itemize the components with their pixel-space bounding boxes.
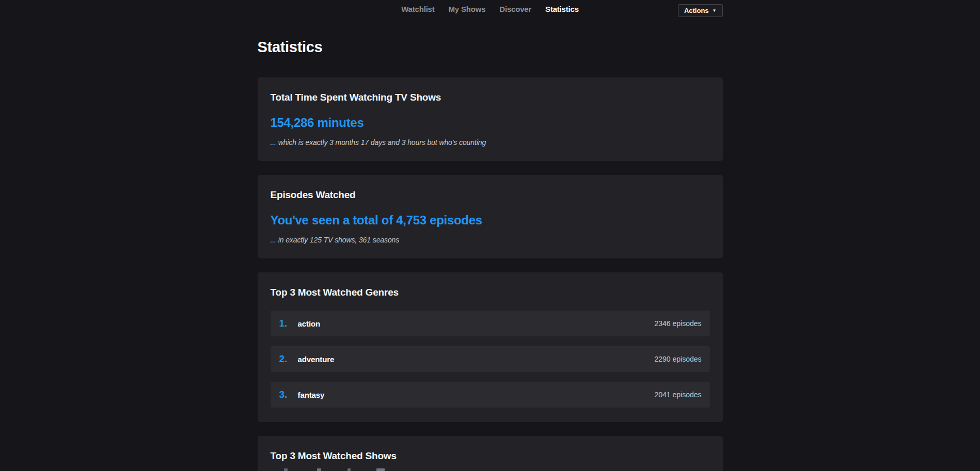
card-total-time: Total Time Spent Watching TV Shows 154,2… xyxy=(258,77,723,161)
genre-row-adventure: 2. adventure 2290 episodes xyxy=(271,346,710,372)
card-episodes-watched-title: Episodes Watched xyxy=(271,189,710,201)
main-content: Statistics Total Time Spent Watching TV … xyxy=(258,38,723,471)
genre-row-action: 1. action 2346 episodes xyxy=(271,311,710,336)
nav-my-shows[interactable]: My Shows xyxy=(449,5,486,13)
actions-dropdown-button[interactable]: Actions ▼ xyxy=(678,4,723,17)
genre-rank: 1. xyxy=(279,318,293,329)
genre-rank: 2. xyxy=(279,353,293,365)
card-top-genres-title: Top 3 Most Watched Genres xyxy=(271,287,710,298)
clipped-text-fragment xyxy=(347,468,351,471)
nav-watchlist[interactable]: Watchlist xyxy=(401,5,434,13)
clipped-text-fragment xyxy=(284,468,288,471)
genre-name: action xyxy=(298,319,321,328)
episodes-watched-note: ... in exactly 125 TV shows, 361 seasons xyxy=(271,236,710,244)
statistics-page: Watchlist My Shows Discover Statistics A… xyxy=(0,0,980,471)
page-title: Statistics xyxy=(258,38,723,56)
total-time-value: 154,286 minutes xyxy=(271,116,710,130)
genre-episode-count: 2041 episodes xyxy=(654,391,701,399)
genre-name: adventure xyxy=(298,355,335,364)
actions-label: Actions xyxy=(684,7,709,14)
card-top-shows: Top 3 Most Watched Shows xyxy=(258,436,723,471)
genre-rank: 3. xyxy=(279,389,293,400)
genre-episode-count: 2346 episodes xyxy=(654,319,701,328)
nav-discover[interactable]: Discover xyxy=(499,5,531,13)
card-episodes-watched: Episodes Watched You've seen a total of … xyxy=(258,175,723,258)
card-top-shows-title: Top 3 Most Watched Shows xyxy=(271,450,710,462)
episodes-watched-value: You've seen a total of 4,753 episodes xyxy=(271,213,710,228)
clipped-text-fragment xyxy=(271,468,710,471)
nav-statistics[interactable]: Statistics xyxy=(545,5,579,13)
top-header: Watchlist My Shows Discover Statistics A… xyxy=(0,0,980,19)
clipped-text-fragment xyxy=(376,468,385,471)
genre-episode-count: 2290 episodes xyxy=(654,355,701,363)
chevron-down-icon: ▼ xyxy=(713,9,717,13)
genre-row-fantasy: 3. fantasy 2041 episodes xyxy=(271,382,710,408)
main-nav: Watchlist My Shows Discover Statistics xyxy=(258,5,723,13)
card-top-genres: Top 3 Most Watched Genres 1. action 2346… xyxy=(258,272,723,422)
genre-name: fantasy xyxy=(298,391,325,399)
card-total-time-title: Total Time Spent Watching TV Shows xyxy=(271,92,710,103)
clipped-text-fragment xyxy=(317,468,321,471)
total-time-note: ... which is exactly 3 months 17 days an… xyxy=(271,138,710,147)
